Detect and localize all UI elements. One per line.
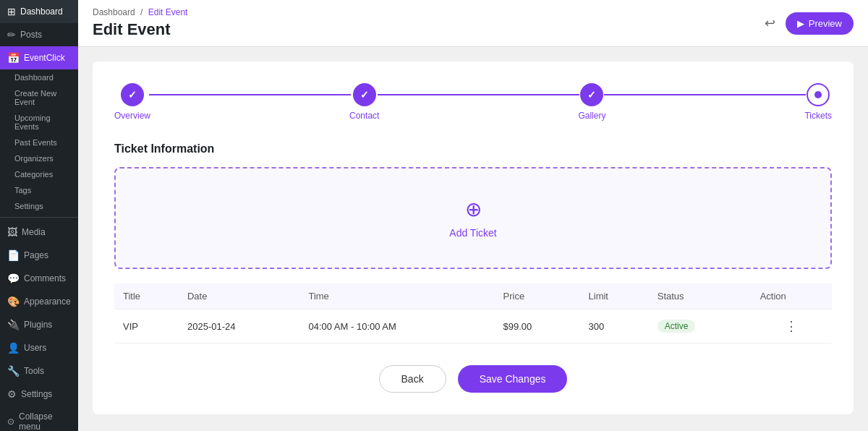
sidebar-item-tags[interactable]: Tags	[7, 182, 78, 198]
users-icon: 👤	[7, 342, 20, 354]
main-content: Dashboard / Edit Event Edit Event ↩ ▶ Pr…	[78, 0, 868, 431]
sidebar-item-eventclick[interactable]: 📅 EventClick	[0, 46, 78, 69]
col-title: Title	[114, 283, 179, 310]
pages-icon: 📄	[7, 249, 20, 261]
action-menu-button[interactable]: ⋮	[760, 318, 823, 334]
back-button[interactable]: Back	[379, 365, 446, 393]
breadcrumb-home: Dashboard	[93, 7, 135, 17]
ticket-table: Title Date Time Price Limit Status Actio…	[114, 283, 832, 343]
step-circle-tickets	[807, 83, 830, 106]
sidebar-item-label: Plugins	[24, 320, 52, 330]
cell-title: VIP	[114, 310, 179, 343]
step-label-gallery: Gallery	[578, 111, 605, 121]
sidebar-item-pages[interactable]: 📄 Pages	[0, 244, 78, 267]
footer-buttons: Back Save Changes	[114, 365, 832, 393]
preview-icon: ▶	[797, 18, 804, 29]
sidebar-item-label: Settings	[21, 389, 52, 399]
step-overview: ✓ Overview	[114, 83, 150, 121]
sidebar: ⊞ Dashboard ✏ Posts 📅 EventClick Dashboa…	[0, 0, 78, 431]
sidebar-item-media[interactable]: 🖼 Media	[0, 221, 78, 244]
cell-action[interactable]: ⋮	[752, 310, 832, 343]
tools-icon: 🔧	[7, 365, 20, 377]
sidebar-sub-menu: Dashboard Create New Event Upcoming Even…	[0, 69, 78, 214]
back-icon-button[interactable]: ↩	[762, 12, 778, 34]
sidebar-item-settings[interactable]: ⚙ Settings	[0, 383, 78, 406]
step-gallery: ✓ Gallery	[578, 83, 605, 121]
posts-icon: ✏	[7, 29, 16, 40]
topbar-right: ↩ ▶ Preview	[762, 12, 854, 35]
topbar: Dashboard / Edit Event Edit Event ↩ ▶ Pr…	[78, 0, 868, 47]
cell-time: 04:00 AM - 10:00 AM	[299, 310, 494, 343]
save-changes-button[interactable]: Save Changes	[458, 365, 568, 393]
sidebar-item-dashboard[interactable]: ⊞ Dashboard	[0, 0, 78, 23]
breadcrumb-separator: /	[140, 7, 145, 17]
col-status: Status	[649, 283, 752, 310]
sidebar-item-users[interactable]: 👤 Users	[0, 336, 78, 359]
collapse-label: Collapse menu	[19, 411, 71, 431]
section-title: Ticket Information	[114, 142, 832, 155]
breadcrumb: Dashboard / Edit Event	[93, 7, 187, 17]
cell-status: Active	[649, 310, 752, 343]
table-row: VIP 2025-01-24 04:00 AM - 10:00 AM $99.0…	[114, 310, 832, 343]
step-circle-contact: ✓	[353, 83, 376, 106]
sidebar-item-categories[interactable]: Categories	[7, 166, 78, 182]
sidebar-item-label: Appearance	[24, 296, 71, 307]
breadcrumb-current: Edit Event	[148, 7, 188, 17]
stepper: ✓ Overview ✓ Contact ✓ Gallery Tickets	[114, 83, 832, 121]
sidebar-item-create-new-event[interactable]: Create New Event	[7, 85, 78, 110]
eventclick-icon: 📅	[7, 52, 20, 64]
step-label-tickets: Tickets	[804, 111, 832, 121]
comments-icon: 💬	[7, 273, 20, 284]
step-tickets: Tickets	[804, 83, 832, 121]
col-time: Time	[299, 283, 494, 310]
sidebar-item-past-events[interactable]: Past Events	[7, 135, 78, 150]
add-ticket-label: Add Ticket	[449, 227, 496, 239]
sidebar-item-appearance[interactable]: 🎨 Appearance	[0, 290, 78, 313]
page-title: Edit Event	[93, 20, 187, 39]
sidebar-item-upcoming-events[interactable]: Upcoming Events	[7, 110, 78, 135]
sidebar-item-label: Comments	[24, 273, 66, 283]
col-limit: Limit	[580, 283, 649, 310]
cell-limit: 300	[580, 310, 649, 343]
preview-button[interactable]: ▶ Preview	[786, 12, 854, 35]
sidebar-item-label: Tools	[24, 366, 44, 376]
appearance-icon: 🎨	[7, 296, 20, 307]
add-ticket-box[interactable]: ⊕ Add Ticket	[114, 167, 832, 269]
col-action: Action	[752, 283, 832, 310]
collapse-menu-button[interactable]: ⊙ Collapse menu	[0, 406, 78, 431]
step-contact: ✓ Contact	[349, 83, 379, 121]
add-ticket-icon: ⊕	[465, 197, 482, 221]
content-area: ✓ Overview ✓ Contact ✓ Gallery Tickets	[78, 47, 868, 431]
sidebar-item-posts[interactable]: ✏ Posts	[0, 23, 78, 46]
dashboard-icon: ⊞	[7, 6, 16, 17]
step-line-3	[604, 94, 806, 95]
settings-icon: ⚙	[7, 388, 17, 400]
status-badge: Active	[658, 320, 696, 333]
main-card: ✓ Overview ✓ Contact ✓ Gallery Tickets	[93, 61, 854, 414]
topbar-left: Dashboard / Edit Event Edit Event	[93, 7, 187, 39]
step-circle-overview: ✓	[121, 83, 144, 106]
sidebar-item-tools[interactable]: 🔧 Tools	[0, 359, 78, 383]
sidebar-item-dashboard-sub[interactable]: Dashboard	[7, 69, 78, 85]
sidebar-item-label: Media	[22, 227, 46, 237]
step-line-2	[378, 94, 579, 95]
sidebar-item-settings-sub[interactable]: Settings	[7, 198, 78, 214]
step-label-overview: Overview	[114, 111, 150, 121]
sidebar-item-label: Users	[24, 343, 46, 353]
cell-price: $99.00	[495, 310, 580, 343]
sidebar-item-label: Pages	[24, 250, 48, 260]
sidebar-item-label: EventClick	[24, 53, 65, 63]
col-date: Date	[179, 283, 299, 310]
media-icon: 🖼	[7, 226, 17, 238]
plugins-icon: 🔌	[7, 319, 20, 330]
step-label-contact: Contact	[349, 111, 379, 121]
collapse-icon: ⊙	[7, 417, 14, 427]
sidebar-item-organizers[interactable]: Organizers	[7, 150, 78, 166]
sidebar-item-plugins[interactable]: 🔌 Plugins	[0, 313, 78, 336]
step-circle-gallery: ✓	[580, 83, 603, 106]
sidebar-item-label: Posts	[20, 30, 42, 40]
sidebar-item-label: Dashboard	[20, 7, 63, 17]
cell-date: 2025-01-24	[179, 310, 299, 343]
preview-label: Preview	[809, 18, 842, 29]
sidebar-item-comments[interactable]: 💬 Comments	[0, 267, 78, 290]
